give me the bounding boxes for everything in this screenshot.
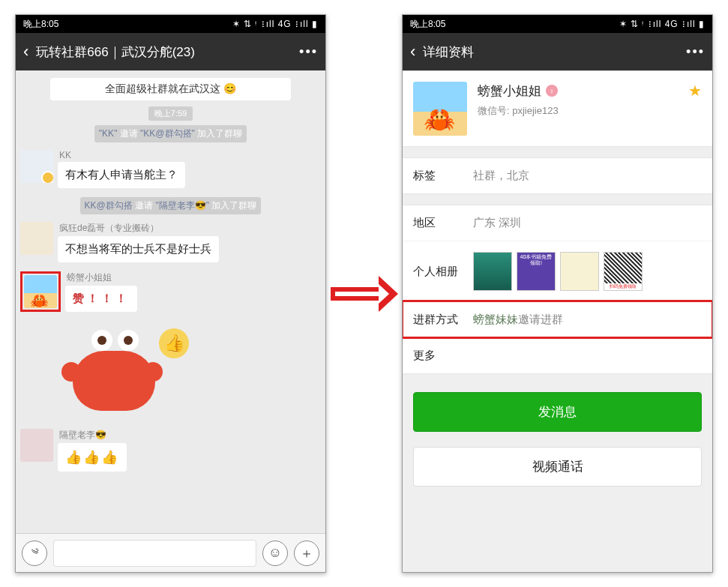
more-label: 更多 — [413, 349, 473, 363]
avatar-lei[interactable] — [20, 222, 53, 255]
voice-icon[interactable]: ༄ — [22, 541, 47, 566]
avatar-kk[interactable] — [20, 150, 53, 183]
status-icons: ✶ ⇅ ᵎ ⫶ıll 4G ⫶ıll ▮ — [232, 19, 318, 29]
thumbs-up-icon: 👍 — [159, 328, 189, 358]
profile-header-card: 螃蟹小姐姐 ♀ ★ 微信号: pxjiejie123 — [403, 70, 712, 147]
status-icons: ✶ ⇅ ᵎ ⫶ıll 4G ⫶ıll ▮ — [619, 19, 705, 29]
message-crab: 螃蟹小姐姐 赞！！！ — [20, 271, 321, 312]
tags-value: 社群，北京 — [473, 169, 702, 183]
timestamp-pill: 晚上7:59 — [148, 106, 193, 121]
profile-details-card: 标签 社群，北京 — [403, 157, 712, 194]
join-method-row[interactable]: 进群方式 螃蟹妹妹邀请进群 — [403, 301, 712, 337]
tags-label: 标签 — [413, 169, 473, 183]
text-input[interactable] — [53, 540, 256, 567]
profile-info-card: 地区 广东 深圳 个人相册 进群方式 螃蟹妹妹邀请进群 更多 — [403, 205, 712, 374]
profile-body[interactable]: 螃蟹小姐姐 ♀ ★ 微信号: pxjiejie123 标签 社群，北京 地区 广… — [403, 70, 712, 572]
status-bar: 晚上8:05 ✶ ⇅ ᵎ ⫶ıll 4G ⫶ıll ▮ — [403, 15, 712, 33]
join-value: 螃蟹妹妹邀请进群 — [473, 313, 702, 327]
profile-screen: 晚上8:05 ✶ ⇅ ᵎ ⫶ıll 4G ⫶ıll ▮ ‹ 详细资料 ••• 螃… — [402, 14, 713, 573]
system-invite-2: KK@群勾搭 邀请 "隔壁老李😎" 加入了群聊 — [80, 197, 262, 214]
album-thumb[interactable] — [473, 252, 512, 291]
nickname: 螃蟹小姐姐 — [478, 82, 541, 100]
sender-label: 疯狂de磊哥（专业搬砖） — [58, 222, 219, 235]
message-bubble[interactable]: 不想当将军的士兵不是好士兵 — [58, 236, 219, 262]
region-row[interactable]: 地区 广东 深圳 — [403, 205, 712, 241]
status-bar: 晚上8:05 ✶ ⇅ ᵎ ⫶ıll 4G ⫶ıll ▮ — [16, 15, 325, 33]
message-bubble[interactable]: 赞！！！ — [65, 286, 137, 312]
message-lei: 疯狂de磊哥（专业搬砖） 不想当将军的士兵不是好士兵 — [20, 222, 321, 262]
region-value: 广东 深圳 — [473, 216, 702, 230]
more-icon[interactable]: ••• — [686, 44, 705, 60]
back-icon[interactable]: ‹ — [23, 42, 28, 61]
message-kk: KK 有木有人申请当舵主？ — [20, 150, 321, 188]
emoji-icon[interactable]: ☺ — [262, 541, 288, 566]
avatar-laoli[interactable] — [20, 429, 53, 462]
status-time: 晚上8:05 — [410, 18, 445, 31]
album-thumb[interactable] — [517, 252, 556, 291]
sender-label: KK — [58, 150, 185, 160]
send-message-button[interactable]: 发消息 — [413, 392, 702, 432]
message-bubble[interactable]: 有木有人申请当舵主？ — [58, 162, 185, 188]
gender-female-icon: ♀ — [546, 85, 558, 97]
sender-label: 螃蟹小姐姐 — [65, 271, 137, 284]
chat-body[interactable]: 全面超级社群就在武汉这 😊 晚上7:59 "KK" 邀请 "KK@群勾搭" 加入… — [16, 70, 325, 533]
more-row[interactable]: 更多 — [403, 337, 712, 373]
join-label: 进群方式 — [413, 313, 473, 327]
tags-row[interactable]: 标签 社群，北京 — [403, 158, 712, 193]
status-time: 晚上8:05 — [23, 18, 58, 31]
album-row[interactable]: 个人相册 — [403, 241, 712, 301]
profile-title: 详细资料 — [423, 43, 679, 61]
chat-screen: 晚上8:05 ✶ ⇅ ᵎ ⫶ıll 4G ⫶ıll ▮ ‹ 玩转社群666｜武汉… — [15, 14, 326, 573]
star-icon[interactable]: ★ — [688, 82, 702, 100]
message-laoli: 隔壁老李😎 👍👍👍 — [20, 429, 321, 472]
avatar-highlighted — [20, 271, 61, 312]
back-icon[interactable]: ‹ — [410, 42, 415, 61]
chat-title: 玩转社群666｜武汉分舵(23) — [36, 43, 292, 61]
album-thumb[interactable] — [560, 252, 599, 291]
arrow-icon — [331, 275, 398, 313]
sender-label: 隔壁老李😎 — [58, 429, 127, 442]
chat-navbar: ‹ 玩转社群666｜武汉分舵(23) ••• — [16, 33, 325, 70]
crab-sticker[interactable]: 👍 — [58, 321, 185, 426]
region-label: 地区 — [413, 216, 473, 230]
avatar-crab[interactable] — [24, 275, 57, 308]
system-invite-1: "KK" 邀请 "KK@群勾搭" 加入了群聊 — [94, 125, 247, 142]
video-call-button[interactable]: 视频通话 — [413, 447, 702, 487]
wechat-id: 微信号: pxjiejie123 — [478, 104, 702, 118]
album-thumb-qr[interactable] — [604, 252, 643, 291]
message-bubble[interactable]: 👍👍👍 — [58, 443, 127, 472]
album-label: 个人相册 — [413, 265, 473, 279]
plus-icon[interactable]: ＋ — [294, 541, 319, 566]
truncated-message: 全面超级社群就在武汉这 😊 — [50, 78, 291, 100]
chat-input-bar: ༄ ☺ ＋ — [16, 533, 325, 572]
profile-avatar[interactable] — [413, 82, 467, 136]
profile-navbar: ‹ 详细资料 ••• — [403, 33, 712, 70]
more-icon[interactable]: ••• — [299, 44, 318, 60]
